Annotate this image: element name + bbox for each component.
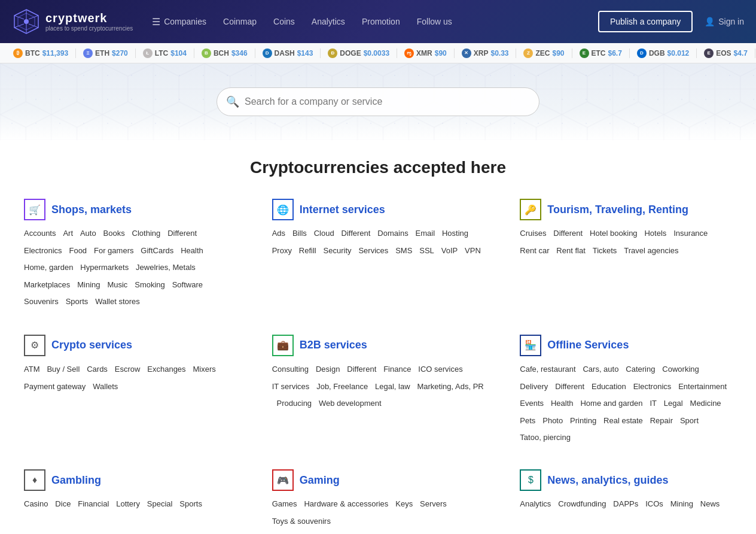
list-item[interactable]: Special: [147, 497, 173, 513]
list-item[interactable]: Hotel booking: [590, 226, 638, 242]
list-item[interactable]: Legal, law: [375, 380, 410, 396]
list-item[interactable]: Producing: [277, 396, 312, 412]
list-item[interactable]: Hypermarkets: [80, 260, 129, 277]
list-item[interactable]: Events: [520, 396, 544, 412]
list-item[interactable]: Home, garden: [24, 260, 73, 277]
gambling-title[interactable]: Gambling: [51, 474, 101, 487]
offline-services-title[interactable]: Offline Services: [547, 339, 629, 351]
list-item[interactable]: Software: [172, 278, 203, 294]
internet-services-title[interactable]: Internet services: [300, 204, 385, 216]
tourism-traveling-title[interactable]: Tourism, Traveling, Renting: [547, 204, 688, 216]
list-item[interactable]: Insurance: [673, 226, 708, 242]
list-item[interactable]: Rent flat: [556, 244, 585, 260]
list-item[interactable]: Legal: [664, 396, 683, 412]
nav-coins[interactable]: Coins: [266, 12, 302, 31]
list-item[interactable]: Printing: [570, 414, 596, 430]
list-item[interactable]: Health: [181, 244, 203, 260]
list-item[interactable]: Proxy: [272, 244, 292, 260]
list-item[interactable]: Travel agencies: [624, 244, 678, 260]
ticker-item-eth[interactable]: Ξ ETH $270: [76, 48, 136, 58]
list-item[interactable]: Casino: [24, 497, 48, 513]
list-item[interactable]: Refill: [299, 244, 316, 260]
list-item[interactable]: Sports: [66, 295, 89, 311]
list-item[interactable]: News: [700, 497, 720, 513]
list-item[interactable]: Marketplaces: [24, 278, 70, 294]
list-item[interactable]: SSL: [419, 244, 434, 260]
list-item[interactable]: Photo: [542, 414, 563, 430]
list-item[interactable]: Jewelries, Metals: [136, 260, 196, 277]
list-item[interactable]: Mining: [77, 278, 100, 294]
list-item[interactable]: Pets: [520, 414, 535, 430]
list-item[interactable]: Music: [107, 278, 127, 294]
list-item[interactable]: Services: [358, 244, 388, 260]
list-item[interactable]: Hardware & accessories: [304, 497, 388, 513]
list-item[interactable]: Job, Freelance: [316, 380, 368, 396]
list-item[interactable]: Food: [69, 244, 87, 260]
list-item[interactable]: Ads: [272, 226, 285, 242]
list-item[interactable]: Design: [316, 362, 340, 378]
b2b-services-title[interactable]: B2B services: [300, 339, 367, 351]
nav-companies[interactable]: ☰ Companies: [145, 11, 214, 32]
ticker-item-bch[interactable]: B BCH $346: [194, 48, 255, 58]
list-item[interactable]: Home and garden: [580, 396, 642, 412]
ticker-item-doge[interactable]: Ð DOGE $0.0033: [321, 48, 397, 58]
list-item[interactable]: Tatoo, piercing: [520, 430, 571, 445]
list-item[interactable]: Accounts: [24, 226, 56, 242]
list-item[interactable]: Toys & souvenirs: [272, 514, 331, 529]
ticker-item-xrp[interactable]: ✕ XRP $0.33: [455, 48, 517, 58]
search-input[interactable]: [217, 87, 539, 116]
list-item[interactable]: IT services: [272, 380, 310, 396]
list-item[interactable]: Different: [167, 226, 197, 242]
crypto-services-title[interactable]: Crypto services: [51, 339, 132, 351]
ticker-item-dash[interactable]: D DASH $143: [255, 48, 321, 58]
list-item[interactable]: Mixers: [193, 362, 216, 378]
list-item[interactable]: Clothing: [132, 226, 161, 242]
list-item[interactable]: For gamers: [94, 244, 133, 260]
list-item[interactable]: Cruises: [520, 226, 546, 242]
list-item[interactable]: Sport: [680, 414, 699, 430]
ticker-item-eos[interactable]: E EOS $4.7: [697, 48, 755, 58]
list-item[interactable]: Bills: [292, 226, 307, 242]
list-item[interactable]: Consulting: [272, 362, 309, 378]
list-item[interactable]: ICO services: [418, 362, 462, 378]
list-item[interactable]: Exchanges: [147, 362, 185, 378]
list-item[interactable]: Payment gateway: [24, 380, 86, 396]
list-item[interactable]: Cars, auto: [583, 362, 618, 378]
list-item[interactable]: Mining: [670, 497, 693, 513]
list-item[interactable]: Different: [342, 226, 371, 242]
list-item[interactable]: IT: [650, 396, 657, 412]
list-item[interactable]: Analytics: [520, 497, 551, 513]
list-item[interactable]: Real estate: [603, 414, 643, 430]
ticker-item-btc[interactable]: ₿ BTC $11,393: [6, 48, 76, 58]
shops-markets-title[interactable]: Shops, markets: [51, 204, 132, 216]
list-item[interactable]: Repair: [650, 414, 673, 430]
list-item[interactable]: Different: [555, 380, 584, 396]
list-item[interactable]: Education: [592, 380, 626, 396]
list-item[interactable]: Crowdfunding: [558, 497, 606, 513]
nav-follow[interactable]: Follow us: [410, 12, 459, 31]
list-item[interactable]: Entertainment: [678, 380, 727, 396]
list-item[interactable]: Auto: [80, 226, 96, 242]
ticker-item-etc[interactable]: E ETC $6.7: [572, 48, 630, 58]
list-item[interactable]: Delivery: [520, 380, 548, 396]
list-item[interactable]: Web development: [319, 396, 382, 412]
list-item[interactable]: Coworking: [662, 362, 699, 378]
list-item[interactable]: Cafe, restaurant: [520, 362, 575, 378]
list-item[interactable]: Marketing, Ads, PR: [417, 380, 483, 396]
list-item[interactable]: Domains: [377, 226, 408, 242]
list-item[interactable]: Finance: [383, 362, 411, 378]
list-item[interactable]: Books: [103, 226, 125, 242]
list-item[interactable]: Different: [553, 226, 583, 242]
list-item[interactable]: GiftCards: [141, 244, 173, 260]
list-item[interactable]: ATM: [24, 362, 39, 378]
nav-analytics[interactable]: Analytics: [304, 12, 352, 31]
list-item[interactable]: Wallets: [93, 380, 118, 396]
logo[interactable]: cryptwerk places to spend cryptocurrenci…: [12, 7, 133, 36]
list-item[interactable]: Wallet stores: [95, 295, 140, 311]
list-item[interactable]: Rent car: [520, 244, 549, 260]
list-item[interactable]: Buy / Sell: [47, 362, 80, 378]
nav-promotion[interactable]: Promotion: [355, 12, 407, 31]
list-item[interactable]: VPN: [465, 244, 481, 260]
list-item[interactable]: Hotels: [644, 226, 666, 242]
ticker-item-xmr[interactable]: ɱ XMR $90: [397, 48, 455, 58]
